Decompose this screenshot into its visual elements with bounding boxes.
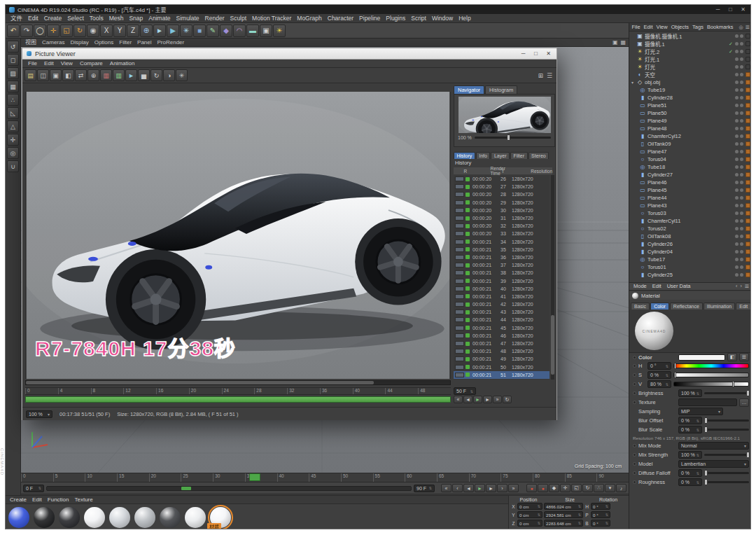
diffuse-falloff-slider[interactable] — [704, 472, 749, 474]
pv-settings-icon[interactable]: ✳ — [176, 69, 188, 81]
editor-visibility-dot[interactable] — [735, 158, 738, 161]
render-visibility-dot[interactable] — [740, 50, 743, 53]
playback-mode-icon[interactable]: ▾ — [605, 484, 615, 492]
object-row[interactable]: ☀ 灯光.1 — [629, 55, 751, 63]
history-row[interactable]: 00:00:21 47 1280x720 — [454, 340, 550, 347]
object-name[interactable]: Plane49 — [648, 118, 734, 124]
render-visibility-dot[interactable] — [740, 181, 743, 184]
editor-visibility-dot[interactable] — [735, 265, 738, 269]
pv-dock-icon[interactable]: ⊞ — [538, 72, 543, 79]
texture-tag-icon[interactable] — [746, 111, 750, 116]
render-visibility-dot[interactable] — [740, 96, 743, 99]
editor-visibility-dot[interactable] — [735, 273, 738, 277]
om-menu-icon[interactable]: ☰ — [746, 25, 750, 30]
pv-ram-player-icon[interactable]: ► — [125, 69, 137, 81]
pv-film-b-icon[interactable]: ▥ — [113, 69, 125, 81]
mode-menu-item[interactable]: Mode — [631, 282, 650, 291]
object-row[interactable]: ▭ Plane47 — [629, 148, 751, 155]
value-slider[interactable] — [673, 382, 749, 387]
blur-offset-slider[interactable] — [704, 419, 749, 422]
pv-maximize-button[interactable]: □ — [532, 50, 540, 57]
history-row[interactable]: 00:00:21 48 1280x720 — [454, 347, 550, 355]
menu-item[interactable]: Tools — [87, 14, 106, 23]
last-tool-icon[interactable]: ◉ — [87, 25, 99, 37]
history-scrollbar[interactable] — [551, 175, 554, 380]
workplane-icon[interactable]: ▦ — [7, 81, 19, 92]
material-tab[interactable]: Basic — [631, 303, 650, 310]
expand-arrow-icon[interactable]: ▾ — [631, 80, 636, 85]
panel-next-icon[interactable]: › — [740, 284, 741, 289]
texture-tag-icon[interactable] — [746, 80, 750, 85]
menu-item[interactable]: Help — [456, 14, 473, 23]
texture-tag-icon[interactable] — [746, 41, 750, 46]
object-row[interactable]: ▯ OilTank09 — [629, 140, 751, 148]
material-preview-sphere[interactable]: CINEMA4D — [635, 312, 673, 350]
add-light-icon[interactable]: ☀ — [273, 25, 286, 37]
history-row[interactable]: 00:00:21 34 1280x720 — [454, 238, 550, 246]
editor-visibility-dot[interactable] — [735, 50, 738, 53]
texture-tag-icon[interactable] — [746, 88, 750, 92]
move-icon[interactable]: ✛ — [47, 25, 59, 37]
panel-menu-icon[interactable]: ☰ — [745, 284, 749, 289]
texture-tag-icon[interactable] — [746, 57, 750, 62]
play-button[interactable]: ► — [475, 484, 485, 492]
render-visibility-dot[interactable] — [740, 242, 743, 246]
om-menu-item[interactable]: Tags — [691, 23, 706, 32]
editor-visibility-dot[interactable] — [735, 204, 738, 207]
pv-zoom-dropdown[interactable]: 100 % — [26, 410, 52, 418]
object-row[interactable]: ◎ Tube18 — [629, 163, 751, 171]
go-end-button[interactable]: » — [508, 484, 519, 492]
texture-field[interactable] — [678, 398, 737, 406]
render-visibility-dot[interactable] — [740, 211, 743, 215]
render-visibility-dot[interactable] — [740, 81, 743, 84]
render-image[interactable]: R7-7840H 17分38秒 — [25, 92, 451, 379]
material-silver[interactable] — [109, 507, 130, 528]
undo-icon[interactable]: ↶ — [7, 25, 20, 37]
material-tab[interactable]: Color — [650, 303, 669, 310]
object-name[interactable]: Plane45 — [648, 187, 734, 193]
object-row[interactable]: ◎ Tube17 — [629, 256, 751, 263]
render-picture-viewer-icon[interactable]: ▶ — [167, 25, 179, 37]
object-name[interactable]: OilTank09 — [648, 141, 734, 147]
rotation-field[interactable]: 0 ° — [591, 511, 610, 518]
panel-tab[interactable]: History — [454, 152, 475, 159]
object-row[interactable]: ▣ 摄像机.摄像机.1 — [629, 32, 751, 40]
rotation-field[interactable]: 0 ° — [591, 520, 610, 527]
editor-visibility-dot[interactable] — [735, 250, 738, 253]
sound-icon[interactable]: ♪ — [616, 484, 626, 492]
object-name[interactable]: Tube17 — [648, 256, 734, 263]
om-menu-item[interactable]: Edit — [642, 23, 654, 32]
render-visibility-dot[interactable] — [740, 265, 743, 269]
texture-browse-icon[interactable]: … — [739, 398, 749, 407]
live-selection-icon[interactable]: ◯ — [34, 25, 46, 37]
picture-viewer-titlebar[interactable]: Picture Viewer ─ □ ✕ — [22, 48, 556, 60]
color-mode-icon[interactable]: ☰ — [739, 353, 749, 361]
pv-next-frame-button[interactable]: ► — [483, 396, 492, 403]
diffuse-falloff-field[interactable]: 0 % — [678, 469, 702, 477]
object-row[interactable]: ▭ Plane45 — [629, 186, 751, 194]
editor-visibility-dot[interactable] — [735, 65, 738, 69]
prev-frame-button[interactable]: ◄ — [463, 484, 474, 492]
render-visibility-dot[interactable] — [740, 219, 743, 223]
menu-item[interactable]: Script — [408, 14, 429, 23]
navigator-tab[interactable]: Navigator — [454, 85, 484, 94]
editor-visibility-dot[interactable] — [735, 181, 738, 184]
rotate-icon[interactable]: ↻ — [74, 25, 86, 37]
add-environment-icon[interactable]: ▬ — [246, 25, 259, 37]
editor-visibility-dot[interactable] — [735, 81, 738, 84]
material-black-1[interactable] — [34, 507, 55, 528]
coordinate-system-icon[interactable]: ⊕ — [140, 25, 153, 37]
object-name[interactable]: Plane46 — [648, 179, 734, 186]
brightness-slider[interactable] — [704, 392, 749, 394]
scale-icon[interactable]: ◱ — [60, 25, 73, 37]
make-editable-icon[interactable]: ↺ — [7, 41, 19, 53]
navigator-tab[interactable]: Histogram — [485, 85, 517, 94]
pv-loop-button[interactable]: ↻ — [503, 396, 512, 403]
editor-visibility-dot[interactable] — [735, 88, 738, 92]
object-name[interactable]: Cylinder26 — [648, 241, 734, 247]
preview-range-slider[interactable] — [46, 486, 412, 491]
render-visibility-dot[interactable] — [740, 165, 743, 169]
history-row[interactable]: 00:00:21 39 1280x720 — [454, 277, 550, 284]
maximize-button[interactable]: □ — [727, 6, 734, 13]
texture-tag-icon[interactable] — [746, 141, 750, 146]
